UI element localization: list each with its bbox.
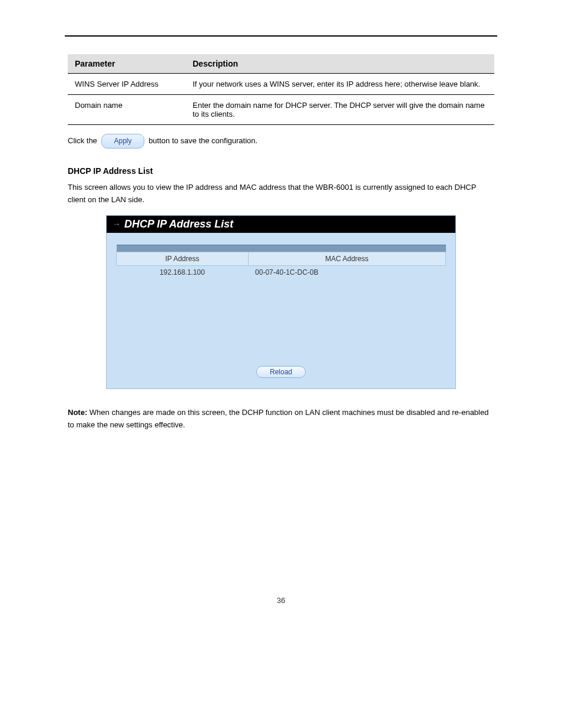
- note: Note: When changes are made on this scre…: [68, 407, 494, 431]
- mac-cell: 00-07-40-1C-DC-0B: [248, 265, 445, 279]
- note-body: When changes are made on this screen, th…: [68, 408, 488, 429]
- desc-header: Description: [186, 54, 494, 74]
- table-top-bar: [117, 245, 446, 252]
- ip-address-table: IP Address MAC Address 192.168.1.100 00-…: [116, 245, 446, 361]
- param-header: Parameter: [68, 54, 186, 74]
- desc-cell: Enter the domain name for DHCP server. T…: [186, 95, 494, 125]
- apply-text-after: button to save the configuration.: [148, 136, 257, 145]
- table-row: Domain name Enter the domain name for DH…: [68, 95, 494, 125]
- page-number: 36: [35, 596, 527, 622]
- note-label: Note:: [68, 408, 87, 417]
- parameter-table: Parameter Description WINS Server IP Add…: [68, 54, 494, 125]
- table-filler: [117, 279, 446, 361]
- table-row: 192.168.1.100 00-07-40-1C-DC-0B: [117, 265, 446, 279]
- reload-button[interactable]: Reload: [256, 366, 306, 378]
- desc-cell: If your network uses a WINS server, ente…: [186, 74, 494, 95]
- dhcp-panel: → DHCP IP Address List IP Address MAC Ad…: [106, 215, 456, 389]
- top-rule: [65, 35, 497, 37]
- section-text: This screen allows you to view the IP ad…: [68, 182, 494, 206]
- param-cell: Domain name: [68, 95, 186, 125]
- mac-header: MAC Address: [248, 252, 445, 265]
- table-row: WINS Server IP Address If your network u…: [68, 74, 494, 95]
- arrow-icon: →: [113, 219, 121, 229]
- panel-title: DHCP IP Address List: [124, 218, 233, 230]
- apply-button[interactable]: Apply: [101, 134, 144, 149]
- ip-header: IP Address: [117, 252, 249, 265]
- param-cell: WINS Server IP Address: [68, 74, 186, 95]
- apply-text-before: Click the: [68, 136, 97, 145]
- section-heading: DHCP IP Address List: [68, 166, 494, 176]
- panel-header: → DHCP IP Address List: [107, 216, 455, 233]
- apply-instruction: Click the Apply button to save the confi…: [68, 134, 494, 149]
- ip-cell: 192.168.1.100: [117, 265, 249, 279]
